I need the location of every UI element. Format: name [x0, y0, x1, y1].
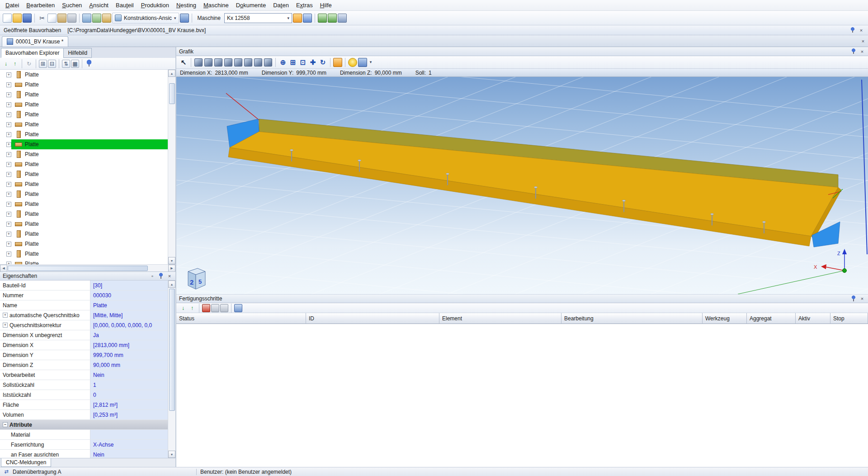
- scrollbar-thumb[interactable]: [169, 83, 175, 104]
- fs-column-bearbeitung[interactable]: Bearbeitung: [561, 313, 703, 324]
- tree-item-platte[interactable]: +Platte: [0, 189, 168, 199]
- property-section-attribute[interactable]: −Attribute: [0, 420, 168, 430]
- new-document-icon[interactable]: [3, 14, 12, 23]
- float-window-icon[interactable]: ▫: [149, 273, 156, 279]
- property-row-automatische-querschnittsko[interactable]: +automatische Querschnittsko[Mitte, Mitt…: [0, 310, 168, 320]
- tree-item-platte[interactable]: +Platte: [0, 259, 168, 264]
- collapse-all-icon[interactable]: ⊟: [48, 60, 56, 68]
- property-row-faserrichtung[interactable]: FaserrichtungX-Achse: [0, 440, 168, 450]
- menu-suchen[interactable]: Suchen: [58, 0, 85, 10]
- tree-item-platte[interactable]: +Platte: [0, 100, 168, 109]
- close-icon[interactable]: ×: [860, 38, 866, 44]
- scrollbar-thumb[interactable]: [169, 289, 175, 411]
- property-row-bauteil-id[interactable]: Bauteil-Id[30]: [0, 281, 168, 290]
- chevron-down-icon[interactable]: ▾: [174, 16, 176, 20]
- scroll-up-icon[interactable]: ▲: [168, 281, 175, 288]
- tree-expander[interactable]: +: [6, 162, 11, 167]
- property-value[interactable]: [0,253 m³]: [90, 410, 168, 419]
- delete-icon[interactable]: [67, 14, 76, 23]
- property-row-sollstückzahl[interactable]: Sollstückzahl1: [0, 380, 168, 390]
- scrollbar-thumb[interactable]: [8, 266, 148, 271]
- view-front-icon[interactable]: [204, 58, 212, 67]
- property-row-name[interactable]: NamePlatte: [0, 300, 168, 310]
- navigation-cube[interactable]: 2 5: [188, 268, 205, 289]
- tree-expander[interactable]: +: [6, 232, 11, 237]
- property-value[interactable]: [2813,000 mm]: [90, 340, 168, 350]
- component-view-icon[interactable]: [82, 14, 91, 23]
- tree-item-platte[interactable]: +Platte: [0, 149, 168, 159]
- menu-daten[interactable]: Daten: [269, 0, 292, 10]
- tree-expander[interactable]: +: [6, 192, 11, 197]
- simulation-screen-icon[interactable]: [328, 14, 337, 23]
- menu-dokumente[interactable]: Dokumente: [232, 0, 270, 10]
- tree-item-platte[interactable]: +Platte: [0, 239, 168, 249]
- machine-combo[interactable]: Kx 12558 ▾: [224, 13, 292, 23]
- fs-column-id[interactable]: ID: [306, 313, 439, 324]
- menu-nesting[interactable]: Nesting: [173, 0, 200, 10]
- chevron-down-icon[interactable]: ▾: [287, 16, 289, 20]
- rotate-view-icon[interactable]: ↻: [318, 58, 327, 67]
- measure-icon[interactable]: [333, 58, 342, 67]
- menu-bauteil[interactable]: Bauteil: [112, 0, 137, 10]
- paste-icon[interactable]: [57, 14, 66, 23]
- view-left-icon[interactable]: [224, 58, 232, 67]
- property-row-dimension-x-unbegrenzt[interactable]: Dimension X unbegrenztJa: [0, 330, 168, 340]
- property-row-dimension-z[interactable]: Dimension Z90,000 mm: [0, 360, 168, 370]
- view-top-icon[interactable]: [244, 58, 252, 67]
- transfer-to-machine-icon[interactable]: [293, 14, 302, 23]
- open-project-icon[interactable]: [13, 14, 22, 23]
- view-right-icon[interactable]: [234, 58, 242, 67]
- close-icon[interactable]: ×: [858, 27, 864, 33]
- tree-expander[interactable]: +: [6, 132, 11, 137]
- scroll-down-icon[interactable]: ▼: [168, 257, 175, 264]
- view-bottom-icon[interactable]: [254, 58, 262, 67]
- property-value[interactable]: [90, 430, 168, 439]
- property-value[interactable]: Ja: [90, 330, 168, 340]
- tree-item-platte[interactable]: +Platte: [0, 90, 168, 100]
- tree-item-platte[interactable]: +Platte: [0, 209, 168, 219]
- move-up-icon[interactable]: ↑: [11, 60, 19, 68]
- tab-cnc-meldungen[interactable]: CNC-Meldungen: [1, 458, 51, 467]
- property-value[interactable]: 90,000 mm: [90, 360, 168, 370]
- tree-item-platte[interactable]: +Platte: [0, 129, 168, 139]
- property-row-dimension-x[interactable]: Dimension X[2813,000 mm]: [0, 340, 168, 350]
- menu-produktion[interactable]: Produktion: [137, 0, 173, 10]
- pin-icon[interactable]: [85, 60, 93, 68]
- property-expander[interactable]: +: [3, 323, 8, 328]
- close-icon[interactable]: ×: [166, 273, 173, 279]
- pin-icon[interactable]: [850, 27, 855, 33]
- fs-column-stop[interactable]: Stop: [830, 313, 868, 324]
- save-icon[interactable]: [23, 14, 32, 23]
- close-icon[interactable]: ×: [859, 48, 865, 55]
- fs-column-werkzeug[interactable]: Werkzeug: [703, 313, 747, 324]
- property-value[interactable]: [0,000, 0,000, 0,000, 0,0: [90, 320, 168, 330]
- tree-expander[interactable]: +: [6, 112, 11, 117]
- tree-item-platte[interactable]: +Platte: [0, 199, 168, 209]
- cut-icon[interactable]: ✂: [38, 14, 47, 23]
- property-row-iststückzahl[interactable]: Iststückzahl0: [0, 390, 168, 400]
- tree-item-platte[interactable]: +Platte: [0, 249, 168, 259]
- close-icon[interactable]: ×: [859, 295, 865, 302]
- machine-data-icon[interactable]: [303, 14, 312, 23]
- production-screen-icon[interactable]: [318, 14, 327, 23]
- property-value[interactable]: 1: [90, 380, 168, 390]
- tree-item-platte[interactable]: +Platte: [0, 109, 168, 119]
- property-row-vorbearbeitet[interactable]: VorbearbeitetNein: [0, 370, 168, 380]
- pin-icon[interactable]: [158, 273, 164, 279]
- scroll-right-icon[interactable]: ▶: [168, 265, 175, 272]
- select-icon[interactable]: ↖: [179, 58, 188, 67]
- fs-table-body[interactable]: [176, 324, 868, 467]
- tree-expander[interactable]: +: [6, 82, 11, 87]
- copy-icon[interactable]: [47, 14, 57, 23]
- edit-steps-icon[interactable]: [234, 304, 242, 312]
- properties-scrollbar[interactable]: ▲ ▼: [168, 281, 175, 458]
- property-value[interactable]: 0: [90, 390, 168, 400]
- fs-column-status[interactable]: Status: [176, 313, 306, 324]
- property-row-an-faser-ausrichten[interactable]: an Faser ausrichtenNein: [0, 450, 168, 458]
- tree-item-platte[interactable]: +Platte: [0, 119, 168, 129]
- fs-column-aggregat[interactable]: Aggregat: [747, 313, 796, 324]
- tree-expander[interactable]: +: [6, 182, 11, 187]
- zoom-in-icon[interactable]: ⊕: [278, 58, 288, 67]
- property-value[interactable]: 999,700 mm: [90, 350, 168, 360]
- tree-expander[interactable]: +: [6, 252, 11, 257]
